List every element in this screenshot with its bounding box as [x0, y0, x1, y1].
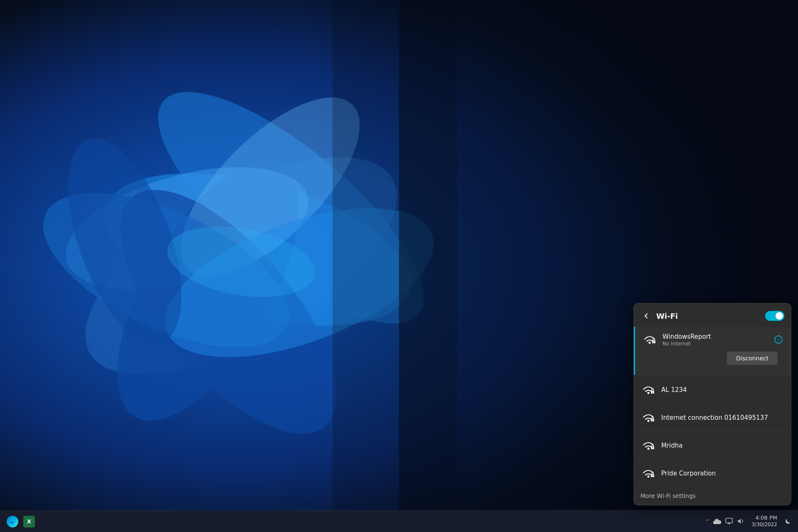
- panel-header: Wi-Fi: [634, 303, 791, 327]
- volume-icon[interactable]: [736, 516, 746, 526]
- system-clock[interactable]: 4:08 PM 3/30/2022: [749, 514, 780, 529]
- clock-date: 3/30/2022: [751, 522, 777, 528]
- info-button[interactable]: i: [773, 334, 784, 345]
- network-item-al1234[interactable]: AL 1234: [634, 377, 791, 403]
- network-item-pride-corporation[interactable]: Pride Corporation: [634, 461, 791, 486]
- back-button[interactable]: [640, 310, 652, 322]
- svg-point-16: [653, 342, 654, 342]
- divider-2: [634, 404, 791, 404]
- svg-point-26: [652, 475, 653, 476]
- divider-1: [634, 376, 791, 376]
- disconnect-button-wrap: Disconnect: [642, 347, 784, 370]
- edge-app-icon[interactable]: [5, 514, 20, 529]
- system-tray: ^: [704, 516, 746, 526]
- pride-corporation-name: Pride Corporation: [661, 470, 784, 477]
- taskbar-right: ^ 4:08 PM: [704, 514, 793, 529]
- svg-point-24: [652, 448, 653, 448]
- clock-time: 4:08 PM: [756, 515, 777, 522]
- connected-network-info: WindowsReport No Internet: [663, 333, 768, 347]
- mridha-info: Mridha: [661, 442, 784, 449]
- svg-rect-13: [332, 0, 457, 532]
- pride-corporation-wifi-icon: [640, 466, 656, 481]
- internet-connection-name: Internet connection 01610495137: [661, 414, 784, 421]
- excel-app-icon[interactable]: X: [22, 514, 37, 529]
- svg-text:i: i: [778, 337, 779, 343]
- network-list: WindowsReport No Internet i Disconnect: [634, 327, 791, 486]
- divider-4: [634, 459, 791, 460]
- network-item-internet-connection[interactable]: Internet connection 01610495137: [634, 405, 791, 431]
- mridha-wifi-icon: [640, 438, 656, 453]
- moon-icon[interactable]: [783, 516, 793, 526]
- more-wifi-settings[interactable]: More Wi-Fi settings: [634, 486, 791, 505]
- connected-network-name: WindowsReport: [663, 333, 768, 340]
- internet-connection-wifi-icon: [640, 410, 656, 426]
- al1234-info: AL 1234: [661, 386, 784, 394]
- svg-point-22: [652, 420, 653, 421]
- pride-corporation-info: Pride Corporation: [661, 470, 784, 477]
- display-icon[interactable]: [724, 516, 734, 526]
- wifi-toggle[interactable]: [765, 311, 784, 321]
- edge-icon-visual: [7, 516, 18, 527]
- connected-network-status: No Internet: [663, 341, 768, 347]
- wifi-panel: Wi-Fi: [633, 303, 791, 505]
- svg-point-20: [652, 392, 653, 393]
- al1234-wifi-icon: [640, 382, 656, 398]
- taskbar-apps: X: [5, 514, 37, 529]
- connected-network-section: WindowsReport No Internet i Disconnect: [634, 327, 791, 375]
- mridha-name: Mridha: [661, 442, 784, 449]
- excel-letter: X: [27, 518, 31, 525]
- internet-connection-info: Internet connection 01610495137: [661, 414, 784, 421]
- excel-icon-visual: X: [23, 516, 35, 527]
- connected-wifi-icon: [642, 332, 658, 347]
- panel-title: Wi-Fi: [656, 312, 761, 320]
- divider-3: [634, 431, 791, 432]
- al1234-name: AL 1234: [661, 386, 784, 394]
- svg-rect-14: [726, 518, 732, 523]
- taskbar: X ^: [0, 510, 798, 532]
- tray-chevron[interactable]: ^: [704, 517, 711, 526]
- connected-network-row: WindowsReport No Internet i: [642, 332, 784, 347]
- disconnect-button[interactable]: Disconnect: [727, 352, 778, 365]
- toggle-knob: [776, 312, 783, 320]
- cloud-icon[interactable]: [712, 516, 722, 526]
- network-item-mridha[interactable]: Mridha: [634, 433, 791, 458]
